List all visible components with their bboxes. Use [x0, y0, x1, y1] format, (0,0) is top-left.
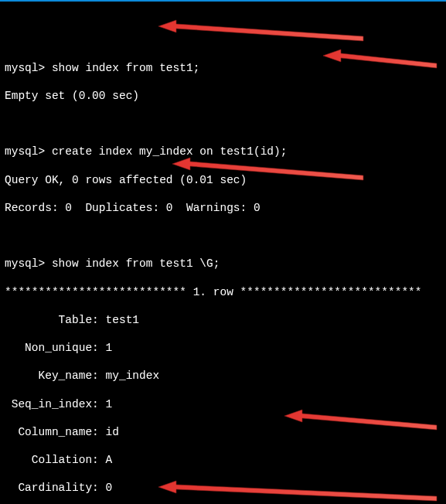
- prompt-line-1[interactable]: mysql> show index from test1;: [5, 61, 441, 75]
- output-2b: Records: 0 Duplicates: 0 Warnings: 0: [5, 201, 441, 215]
- result-row: Column_name: id: [5, 425, 441, 439]
- command-1: show index from test1;: [52, 62, 199, 74]
- result-header: *************************** 1. row *****…: [5, 285, 441, 299]
- prompt: mysql>: [5, 257, 45, 270]
- svg-marker-0: [158, 20, 363, 41]
- result-row: Table: test1: [5, 313, 441, 327]
- prompt-line-3[interactable]: mysql> show index from test1 \G;: [5, 257, 441, 271]
- prompt: mysql>: [5, 62, 45, 74]
- result-row: Seq_in_index: 1: [5, 397, 441, 411]
- blank: [5, 229, 441, 243]
- output-1: Empty set (0.00 sec): [5, 89, 441, 103]
- blank: [5, 117, 441, 131]
- output-2a: Query OK, 0 rows affected (0.01 sec): [5, 173, 441, 187]
- arrow-icon: [158, 20, 363, 41]
- result-row: Cardinality: 0: [5, 481, 441, 495]
- command-3: show index from test1 \G;: [52, 257, 220, 270]
- result-row: Non_unique: 1: [5, 341, 441, 355]
- command-2: create index my_index on test1(id);: [52, 145, 288, 158]
- prompt: mysql>: [5, 145, 45, 158]
- prompt-line-2[interactable]: mysql> create index my_index on test1(id…: [5, 145, 441, 158]
- result-row: Key_name: my_index: [5, 369, 441, 383]
- result-row: Collation: A: [5, 453, 441, 467]
